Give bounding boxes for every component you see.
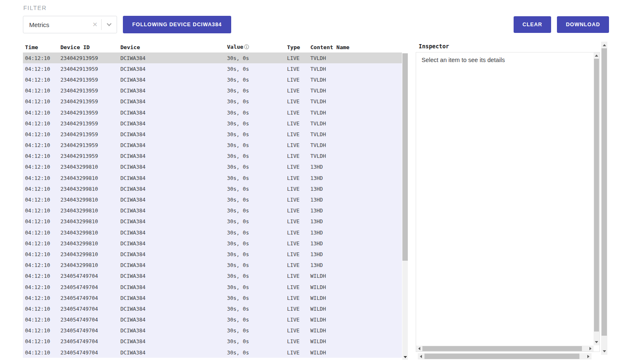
cell-device-id: 234054749704: [58, 306, 118, 312]
cell-device-id: 234054749704: [58, 349, 118, 356]
inspector-vertical-scrollbar[interactable]: [594, 52, 599, 345]
inspector-placeholder: Select an item to see its details: [422, 57, 505, 63]
table-row[interactable]: 04:12:10 234042913959 DCIWA384 30s, 0s L…: [23, 63, 402, 74]
table-body: 04:12:10 234042913959 DCIWA384 30s, 0s L…: [23, 52, 402, 358]
table-row[interactable]: 04:12:10 234043299810 DCIWA384 30s, 0s L…: [23, 183, 402, 194]
cell-value: 30s, 0s: [225, 186, 285, 192]
cell-content-name: WILDH: [308, 317, 402, 323]
cell-type: LIVE: [285, 218, 308, 224]
table-row[interactable]: 04:12:10 234054749704 DCIWA384 30s, 0s L…: [23, 292, 402, 303]
page-vertical-scrollbar[interactable]: [601, 42, 607, 355]
cell-device-id: 234043299810: [58, 262, 118, 268]
cell-type: LIVE: [285, 240, 308, 247]
clear-selection-icon[interactable]: ✕: [89, 21, 101, 28]
table-row[interactable]: 04:12:10 234043299810 DCIWA384 30s, 0s L…: [23, 227, 402, 238]
table-row[interactable]: 04:12:10 234054749704 DCIWA384 30s, 0s L…: [23, 282, 402, 292]
scroll-up-arrow-icon[interactable]: [603, 44, 606, 46]
cell-device: DCIWA384: [118, 338, 225, 344]
scroll-left-arrow-icon[interactable]: [420, 355, 422, 358]
cell-device: DCIWA384: [118, 153, 225, 159]
column-header-content-name: Content Name: [308, 44, 402, 50]
cell-value: 30s, 0s: [225, 338, 285, 344]
table-row[interactable]: 04:12:10 234054749704 DCIWA384 30s, 0s L…: [23, 347, 402, 358]
table-row[interactable]: 04:12:10 234043299810 DCIWA384 30s, 0s L…: [23, 216, 402, 227]
inspector-vscroll-thumb[interactable]: [594, 59, 599, 332]
cell-device-id: 234054749704: [58, 295, 118, 301]
cell-type: LIVE: [285, 327, 308, 334]
cell-time: 04:12:10: [23, 131, 58, 137]
table-scrollbar[interactable]: [402, 53, 408, 360]
cell-content-name: TVLDH: [308, 66, 402, 72]
table-row[interactable]: 04:12:10 234042913959 DCIWA384 30s, 0s L…: [23, 140, 402, 151]
cell-device-id: 234043299810: [58, 186, 118, 192]
scroll-right-arrow-icon[interactable]: [589, 347, 592, 350]
page-vscroll-thumb[interactable]: [602, 48, 607, 336]
following-device-button[interactable]: FOLLOWING DEVICE DCIWA384: [123, 16, 231, 33]
scroll-down-arrow-icon[interactable]: [404, 356, 407, 358]
outer-horizontal-scrollbar[interactable]: [418, 353, 592, 359]
cell-device: DCIWA384: [118, 317, 225, 323]
cell-device-id: 234042913959: [58, 142, 118, 148]
table-row[interactable]: 04:12:10 234042913959 DCIWA384 30s, 0s L…: [23, 107, 402, 118]
info-icon[interactable]: ⓘ: [244, 44, 249, 50]
cell-content-name: WILDH: [308, 295, 402, 301]
cell-device-id: 234042913959: [58, 110, 118, 116]
cell-device: DCIWA384: [118, 55, 225, 61]
cell-time: 04:12:10: [23, 284, 58, 290]
table-row[interactable]: 04:12:10 234054749704 DCIWA384 30s, 0s L…: [23, 314, 402, 325]
table-row[interactable]: 04:12:10 234054749704 DCIWA384 30s, 0s L…: [23, 271, 402, 282]
cell-value: 30s, 0s: [225, 77, 285, 83]
scroll-left-arrow-icon[interactable]: [418, 347, 420, 350]
scroll-right-arrow-icon[interactable]: [587, 355, 589, 358]
filter-label: FILTER: [23, 5, 47, 11]
scroll-down-arrow-icon[interactable]: [603, 350, 606, 352]
table-row[interactable]: 04:12:10 234042913959 DCIWA384 30s, 0s L…: [23, 52, 402, 63]
cell-time: 04:12:10: [23, 273, 58, 279]
cell-device-id: 234042913959: [58, 131, 118, 137]
cell-device: DCIWA384: [118, 120, 225, 127]
table-row[interactable]: 04:12:10 234043299810 DCIWA384 30s, 0s L…: [23, 172, 402, 183]
table-row[interactable]: 04:12:10 234043299810 DCIWA384 30s, 0s L…: [23, 194, 402, 205]
cell-type: LIVE: [285, 164, 308, 170]
table-row[interactable]: 04:12:10 234054749704 DCIWA384 30s, 0s L…: [23, 336, 402, 347]
chevron-down-icon[interactable]: [102, 24, 117, 25]
table-row[interactable]: 04:12:10 234042913959 DCIWA384 30s, 0s L…: [23, 118, 402, 129]
table-row[interactable]: 04:12:10 234043299810 DCIWA384 30s, 0s L…: [23, 162, 402, 172]
cell-type: LIVE: [285, 349, 308, 356]
inspector-hscroll-thumb[interactable]: [422, 346, 582, 351]
cell-type: LIVE: [285, 66, 308, 72]
cell-type: LIVE: [285, 229, 308, 236]
cell-type: LIVE: [285, 87, 308, 94]
table-row[interactable]: 04:12:10 234042913959 DCIWA384 30s, 0s L…: [23, 96, 402, 107]
table-scrollbar-thumb[interactable]: [402, 53, 408, 261]
table-row[interactable]: 04:12:10 234043299810 DCIWA384 30s, 0s L…: [23, 205, 402, 216]
cell-time: 04:12:10: [23, 120, 58, 127]
cell-device: DCIWA384: [118, 262, 225, 268]
table-row[interactable]: 04:12:10 234042913959 DCIWA384 30s, 0s L…: [23, 129, 402, 140]
cell-value: 30s, 0s: [225, 142, 285, 148]
table-row[interactable]: 04:12:10 234042913959 DCIWA384 30s, 0s L…: [23, 151, 402, 162]
metrics-select[interactable]: Metrics ✕: [23, 16, 117, 33]
inspector-horizontal-scrollbar[interactable]: [416, 346, 594, 352]
table-row[interactable]: 04:12:10 234043299810 DCIWA384 30s, 0s L…: [23, 249, 402, 259]
scroll-up-arrow-icon[interactable]: [595, 55, 598, 57]
table-row[interactable]: 04:12:10 234054749704 DCIWA384 30s, 0s L…: [23, 303, 402, 314]
cell-value: 30s, 0s: [225, 218, 285, 224]
scroll-down-arrow-icon[interactable]: [595, 341, 598, 343]
clear-button[interactable]: CLEAR: [514, 16, 551, 33]
download-button[interactable]: DOWNLOAD: [557, 16, 609, 33]
cell-type: LIVE: [285, 186, 308, 192]
cell-time: 04:12:10: [23, 77, 58, 83]
table-row[interactable]: 04:12:10 234042913959 DCIWA384 30s, 0s L…: [23, 74, 402, 85]
table-row[interactable]: 04:12:10 234043299810 DCIWA384 30s, 0s L…: [23, 260, 402, 271]
outer-hscroll-thumb[interactable]: [424, 354, 579, 359]
table-row[interactable]: 04:12:10 234054749704 DCIWA384 30s, 0s L…: [23, 325, 402, 336]
table-row[interactable]: 04:12:10 234043299810 DCIWA384 30s, 0s L…: [23, 238, 402, 249]
cell-device: DCIWA384: [118, 87, 225, 94]
cell-type: LIVE: [285, 110, 308, 116]
cell-content-name: 13HD: [308, 164, 402, 170]
cell-device-id: 234054749704: [58, 284, 118, 290]
cell-content-name: 13HD: [308, 207, 402, 214]
table-row[interactable]: 04:12:10 234042913959 DCIWA384 30s, 0s L…: [23, 85, 402, 96]
column-header-time: Time: [23, 44, 58, 50]
